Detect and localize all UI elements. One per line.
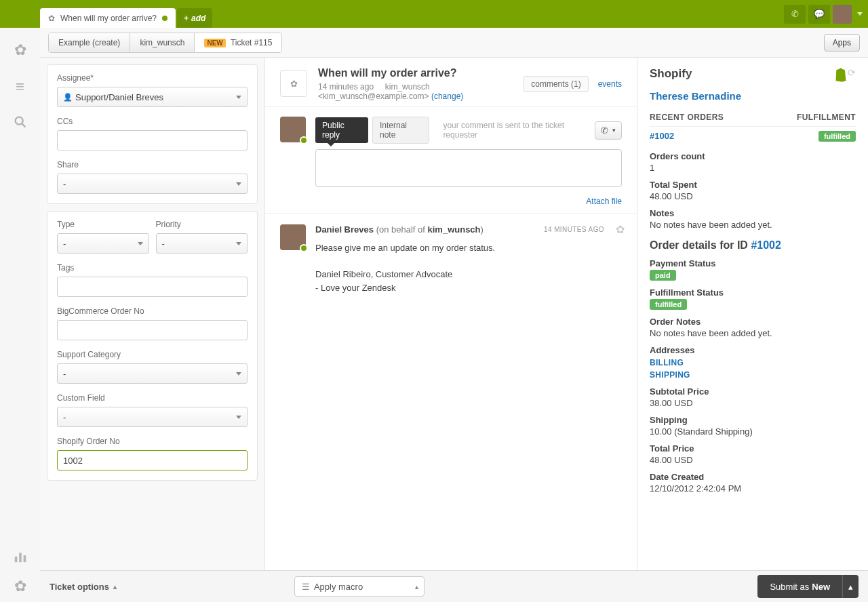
chevron-down-icon[interactable] [857,12,863,16]
comments-count-pill[interactable]: comments (1) [524,76,588,92]
notes-value: No notes have been added yet. [650,220,856,230]
support-category-label: Support Category [57,350,248,359]
profile-avatar[interactable] [833,5,852,24]
chevron-up-icon: ▴ [848,582,853,592]
bigcommerce-label: BigCommerce Order No [57,306,248,316]
ccs-label: CCs [57,117,248,126]
col-fulfillment: FULFILLMENT [797,113,856,122]
ticket-options-label: Ticket options [50,582,109,592]
ticket-tab-active[interactable]: NEW Ticket #115 [195,33,281,52]
behalf-suffix: ) [481,224,484,235]
admin-icon[interactable]: ✿ [14,578,26,595]
fulfillment-badge: fulfilled [818,131,856,142]
assignee-label: Assignee* [57,73,248,83]
custom-field-label: Custom Field [57,393,248,403]
conversation-panel: ✿ When will my order arrive? 14 minutes … [265,58,637,570]
tags-input[interactable] [57,277,248,297]
payment-status-label: Payment Status [650,258,856,268]
shipping-cost-value: 10.00 (Standard Shipping) [650,426,856,437]
behalf-name: kim_wunsch [428,224,481,235]
attach-file-link[interactable]: Attach file [586,197,622,206]
date-created-label: Date Created [650,472,856,482]
type-value: - [63,239,66,249]
presence-dot-icon [300,136,308,144]
home-icon[interactable]: ✿ [14,41,26,59]
type-select[interactable]: - [57,233,149,254]
topbar: ✿ When will my order arrive? + add ✆ 💬 [0,0,868,28]
comment-time: 14 MINUTES AGO [544,226,604,233]
add-tab-button[interactable]: + add [177,8,212,28]
subbar: Example (create) kim_wunsch NEW Ticket #… [40,28,868,58]
type-label: Type [57,220,149,229]
col-recent-orders: RECENT ORDERS [650,113,797,122]
notes-label: Notes [650,208,856,218]
priority-select[interactable]: - [156,233,248,254]
apply-macro-select[interactable]: ☰ Apply macro [294,576,425,597]
share-select[interactable]: - [57,174,248,194]
new-badge: NEW [204,39,225,47]
submit-state-dropdown[interactable]: ▴ [842,575,859,598]
payment-status-badge: paid [650,270,676,281]
tags-label: Tags [57,263,248,273]
phone-icon: ✆ [791,9,799,19]
chat-button[interactable]: 💬 [808,5,830,24]
order-link[interactable]: #1002 [650,131,674,141]
plus-icon: + [184,14,189,23]
workspace-tab-title: When will my order arrive? [60,14,157,23]
comment-actions-button[interactable]: ✿ [616,223,625,236]
views-icon[interactable]: ≡ [16,78,24,96]
ticket-tab[interactable]: kim_wunsch [130,33,195,52]
public-reply-tab[interactable]: Public reply [315,117,368,143]
comment-textarea[interactable] [315,149,622,187]
shopify-order-input[interactable] [57,450,248,470]
comment-avatar [280,224,306,250]
share-value: - [63,179,66,189]
behalf-prefix: (on behalf of [376,224,428,235]
customer-link[interactable]: Therese Bernadine [650,90,856,102]
change-requester-link[interactable]: (change) [431,92,463,101]
shipping-cost-label: Shipping [650,415,856,425]
main: Assignee* 👤 Support/Daniel Breves CCs Sh… [40,58,868,570]
call-dropdown-button[interactable]: ✆ ▾ [595,121,622,140]
apply-macro-label: Apply macro [314,582,363,592]
refresh-icon[interactable]: ⟳ [848,67,856,78]
ticket-tab-label: Ticket #115 [231,38,273,47]
svg-point-0 [15,117,22,125]
chevron-down-icon: ▾ [612,127,616,134]
shopify-logo-icon [834,67,848,82]
shopify-order-label: Shopify Order No [57,437,248,446]
shipping-link[interactable]: SHIPPING [650,370,856,380]
total-spent-label: Total Spent [650,180,856,190]
apps-toggle-button[interactable]: Apps [824,34,860,52]
orders-count-label: Orders count [650,151,856,161]
assignee-value: Support/Daniel Breves [75,92,163,102]
ccs-input[interactable] [57,130,248,150]
priority-value: - [162,239,165,249]
order-notes-label: Order Notes [650,317,856,327]
call-button[interactable]: ✆ [784,5,806,24]
ticket-actions-button[interactable]: ✿ [280,70,307,97]
comment-line: Please give me an update on my order sta… [315,241,622,255]
search-icon[interactable] [13,115,28,129]
bigcommerce-input[interactable] [57,320,248,340]
internal-note-tab[interactable]: Internal note [372,117,429,144]
reports-icon[interactable] [13,549,28,564]
ticket-age: 14 minutes ago [318,82,374,92]
comment-line: Daniel Ribeiro, Customer Advocate [315,268,622,281]
submit-button[interactable]: Submit as New [757,575,842,598]
svg-rect-2 [14,557,17,562]
custom-field-select[interactable]: - [57,407,248,427]
workspace-tab-active[interactable]: ✿ When will my order arrive? [40,8,176,28]
order-details-link[interactable]: #1002 [751,239,781,251]
ticket-tab[interactable]: Example (create) [49,33,130,52]
events-link[interactable]: events [598,79,622,89]
svg-rect-3 [19,553,22,563]
support-category-select[interactable]: - [57,363,248,384]
billing-link[interactable]: BILLING [650,358,856,367]
ticket-options-button[interactable]: Ticket options ▴ [50,582,117,592]
subtotal-value: 38.00 USD [650,398,856,408]
presence-dot-icon [300,244,308,252]
total-price-label: Total Price [650,443,856,454]
order-details-title: Order details for ID #1002 [650,239,856,252]
assignee-select[interactable]: 👤 Support/Daniel Breves [57,87,248,107]
